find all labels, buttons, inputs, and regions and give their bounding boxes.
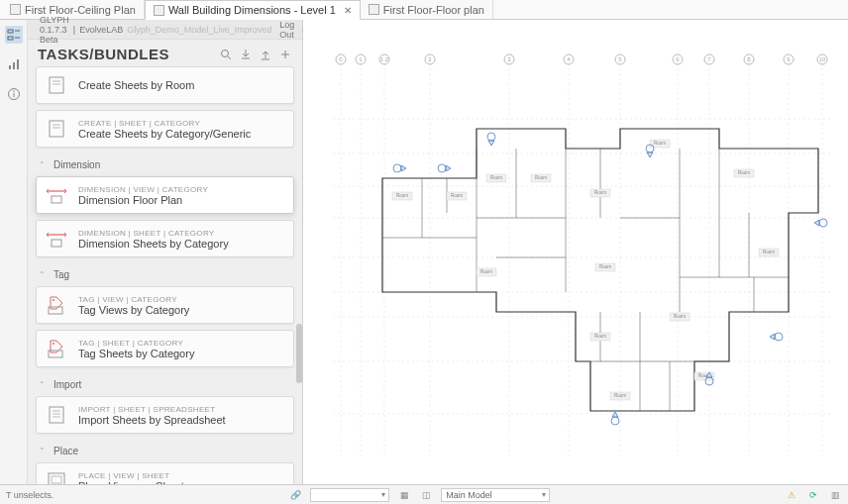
svg-point-113 (775, 333, 783, 341)
panel-body[interactable]: Create Sheets by Room CREATE | SHEET | C… (28, 66, 302, 484)
document-tabbar: First Floor-Ceiling Plan Wall Building D… (0, 0, 848, 20)
tab-wall-dimensions[interactable]: Wall Building Dimensions - Level 1 ✕ (145, 0, 361, 20)
group-header-place[interactable]: ˄ Place (36, 440, 294, 462)
svg-text:Room: Room (763, 250, 775, 254)
tag-icon (45, 293, 68, 317)
task-card[interactable]: Create Sheets by Room (36, 66, 294, 104)
svg-text:3: 3 (507, 56, 511, 62)
task-card[interactable]: PLACE | VIEW | SHEET Place Views on Shee… (36, 462, 294, 484)
task-card[interactable]: IMPORT | SHEET | SPREADSHEET Import Shee… (36, 396, 294, 434)
dimension-icon (45, 183, 68, 207)
card-crumbs: PLACE | VIEW | SHEET (78, 471, 189, 480)
card-crumbs: IMPORT | SHEET | SPREADSHEET (78, 405, 226, 414)
crop-icon[interactable]: ◫ (419, 488, 433, 502)
logout-link[interactable]: Log Out (279, 20, 294, 40)
status-bar: T unselects. 🔗 ▦ ◫ Main Model ⚠ ⟳ ▥ (0, 484, 848, 504)
group-header-import[interactable]: ˄ Import (36, 373, 294, 396)
close-icon[interactable]: ✕ (340, 5, 352, 16)
task-card[interactable]: TAG | SHEET | CATEGORY Tag Sheets by Cat… (36, 330, 294, 367)
filter-icon[interactable]: ▥ (828, 488, 842, 502)
drawing-canvas[interactable]: 011.22345678910 RoomRoomRoomRoomRoomRoom… (303, 20, 848, 484)
card-label: Create Sheets by Category/Generic (78, 128, 251, 140)
svg-text:10: 10 (819, 56, 826, 62)
svg-rect-6 (17, 59, 19, 69)
sync-icon[interactable]: ⟳ (806, 488, 820, 502)
svg-text:5: 5 (618, 56, 622, 62)
svg-text:Room: Room (396, 193, 408, 198)
group-label: Import (53, 379, 81, 390)
scrollbar-thumb[interactable] (296, 324, 302, 383)
svg-text:Room: Room (654, 141, 666, 146)
sheet-icon (45, 469, 68, 484)
view-icon (154, 5, 164, 16)
vendor-name: EvolveLAB (79, 25, 123, 35)
svg-text:Room: Room (674, 314, 686, 319)
svg-point-110 (393, 164, 401, 172)
card-label: Place Views on Sheets (78, 480, 189, 485)
svg-point-26 (53, 299, 54, 301)
upload-icon[interactable] (259, 48, 272, 61)
svg-rect-4 (9, 65, 11, 69)
warn-icon[interactable]: ⚠ (785, 488, 798, 502)
tag-icon (45, 337, 68, 360)
card-crumbs: TAG | SHEET | CATEGORY (78, 339, 194, 348)
group-header-dimension[interactable]: ˄ Dimension (36, 153, 294, 176)
tasks-icon[interactable] (5, 26, 23, 44)
svg-text:Room: Room (490, 175, 502, 180)
svg-text:9: 9 (787, 56, 791, 62)
view-icon (10, 4, 21, 15)
svg-point-28 (53, 343, 54, 345)
tab-label: First Floor-Floor plan (383, 4, 484, 16)
svg-rect-5 (13, 62, 15, 69)
svg-rect-35 (52, 476, 61, 483)
task-card[interactable]: TAG | VIEW | CATEGORY Tag Views by Categ… (36, 286, 294, 324)
svg-text:Room: Room (738, 170, 750, 175)
svg-point-14 (222, 50, 229, 56)
search-icon[interactable] (219, 48, 233, 61)
svg-rect-30 (50, 407, 63, 423)
group-label: Place (53, 446, 78, 456)
svg-text:Room: Room (594, 190, 606, 195)
chevron-up-icon: ˄ (40, 160, 50, 170)
grid-toggle-icon[interactable]: ▦ (397, 488, 411, 502)
panel-header: TASKS/BUNDLES (28, 40, 302, 66)
group-label: Tag (53, 269, 69, 280)
panel-titlebar: GLYPH 0.1.7.3 Beta | EvolveLAB Glyph_Dem… (28, 20, 302, 40)
task-card[interactable]: DIMENSION | SHEET | CATEGORY Dimension S… (36, 220, 294, 257)
task-card[interactable]: CREATE | SHEET | CATEGORY Create Sheets … (36, 110, 294, 148)
svg-rect-16 (50, 77, 63, 93)
chevron-up-icon: ˄ (40, 270, 50, 280)
svg-rect-23 (52, 196, 61, 203)
svg-text:Room: Room (451, 193, 463, 198)
tasks-panel: GLYPH 0.1.7.3 Beta | EvolveLAB Glyph_Dem… (28, 20, 303, 484)
sheet-icon (45, 117, 68, 141)
svg-rect-0 (8, 30, 13, 33)
sidebar-iconstrip (0, 20, 28, 484)
task-card[interactable]: DIMENSION | VIEW | CATEGORY Dimension Fl… (36, 176, 294, 214)
svg-text:6: 6 (676, 56, 680, 62)
card-label: Dimension Sheets by Category (78, 238, 229, 250)
tab-floor-plan[interactable]: First Floor-Floor plan (361, 0, 493, 19)
chevron-up-icon: ˄ (40, 447, 50, 456)
floor-plan-svg: 011.22345678910 RoomRoomRoomRoomRoomRoom… (303, 20, 848, 484)
link-icon[interactable]: 🔗 (288, 488, 302, 502)
chevron-up-icon: ˄ (40, 380, 50, 390)
dimension-icon (45, 227, 68, 251)
plus-icon[interactable] (278, 48, 292, 61)
group-header-tag[interactable]: ˄ Tag (36, 263, 294, 286)
chart-icon[interactable] (5, 55, 23, 73)
info-icon[interactable] (5, 85, 23, 103)
svg-text:Room: Room (535, 175, 547, 180)
svg-point-9 (13, 90, 15, 92)
svg-text:7: 7 (707, 56, 711, 62)
workset-select[interactable]: Main Model (441, 488, 550, 502)
svg-text:1: 1 (359, 56, 363, 62)
svg-text:Room: Room (599, 264, 611, 269)
svg-text:1.2: 1.2 (380, 56, 389, 62)
download-icon[interactable] (239, 48, 253, 61)
tab-ceiling-plan[interactable]: First Floor-Ceiling Plan (2, 0, 145, 19)
card-crumbs: TAG | VIEW | CATEGORY (78, 295, 189, 304)
sheet-icon (45, 73, 68, 97)
file-name: Glyph_Demo_Model_Live_Improved (127, 25, 271, 35)
scale-select[interactable] (310, 488, 389, 502)
